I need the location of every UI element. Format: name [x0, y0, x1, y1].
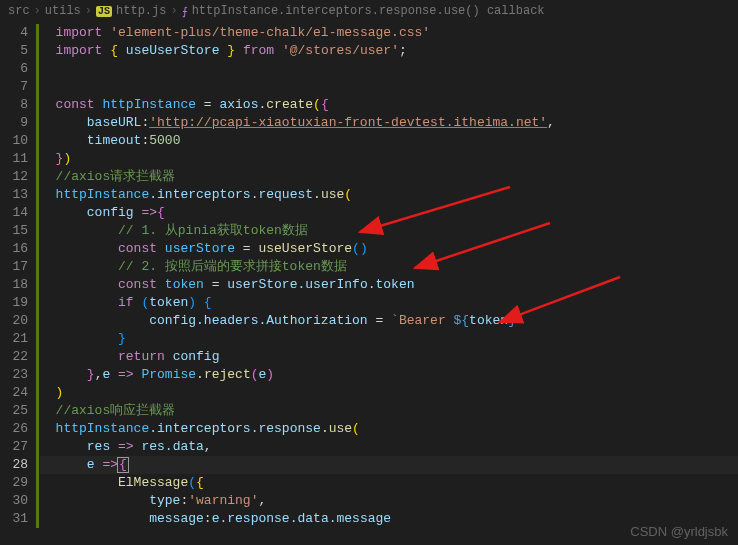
- breadcrumb-symbol[interactable]: httpInstance.interceptors.response.use()…: [192, 4, 545, 18]
- code-line-active[interactable]: e =>{: [40, 456, 738, 474]
- code-area[interactable]: import 'element-plus/theme-chalk/el-mess…: [40, 22, 738, 545]
- breadcrumb: src › utils › JS http.js › ⨍ httpInstanc…: [0, 0, 738, 22]
- code-editor[interactable]: 45678910 11121314151617 18192021222324 2…: [0, 22, 738, 545]
- code-line[interactable]: baseURL:'http://pcapi-xiaotuxian-front-d…: [40, 114, 738, 132]
- chevron-right-icon: ›: [34, 4, 41, 18]
- code-line[interactable]: },e => Promise.reject(e): [40, 366, 738, 384]
- code-line[interactable]: if (token) {: [40, 294, 738, 312]
- code-line[interactable]: const userStore = useUserStore(): [40, 240, 738, 258]
- breadcrumb-folder[interactable]: utils: [45, 4, 81, 18]
- code-line[interactable]: import { useUserStore } from '@/stores/u…: [40, 42, 738, 60]
- breadcrumb-folder[interactable]: src: [8, 4, 30, 18]
- function-icon: ⨍: [182, 5, 188, 18]
- code-line[interactable]: type:'warning',: [40, 492, 738, 510]
- code-line[interactable]: [40, 78, 738, 96]
- code-line[interactable]: httpInstance.interceptors.request.use(: [40, 186, 738, 204]
- code-line[interactable]: config =>{: [40, 204, 738, 222]
- code-line[interactable]: import 'element-plus/theme-chalk/el-mess…: [40, 24, 738, 42]
- breadcrumb-file[interactable]: http.js: [116, 4, 166, 18]
- code-line[interactable]: const token = userStore.userInfo.token: [40, 276, 738, 294]
- chevron-right-icon: ›: [85, 4, 92, 18]
- code-line[interactable]: }): [40, 150, 738, 168]
- code-line[interactable]: // 1. 从pinia获取token数据: [40, 222, 738, 240]
- code-line[interactable]: [40, 60, 738, 78]
- code-line[interactable]: ): [40, 384, 738, 402]
- code-line[interactable]: }: [40, 330, 738, 348]
- code-line[interactable]: //axios响应拦截器: [40, 402, 738, 420]
- code-line[interactable]: res => res.data,: [40, 438, 738, 456]
- line-number-gutter: 45678910 11121314151617 18192021222324 2…: [0, 22, 40, 545]
- code-line[interactable]: return config: [40, 348, 738, 366]
- watermark: CSDN @yrldjsbk: [630, 524, 728, 539]
- code-line[interactable]: //axios请求拦截器: [40, 168, 738, 186]
- chevron-right-icon: ›: [170, 4, 177, 18]
- code-line[interactable]: httpInstance.interceptors.response.use(: [40, 420, 738, 438]
- code-line[interactable]: // 2. 按照后端的要求拼接token数据: [40, 258, 738, 276]
- code-line[interactable]: const httpInstance = axios.create({: [40, 96, 738, 114]
- code-line[interactable]: timeout:5000: [40, 132, 738, 150]
- js-file-icon: JS: [96, 6, 112, 17]
- code-line[interactable]: config.headers.Authorization = `Bearer $…: [40, 312, 738, 330]
- code-line[interactable]: ElMessage({: [40, 474, 738, 492]
